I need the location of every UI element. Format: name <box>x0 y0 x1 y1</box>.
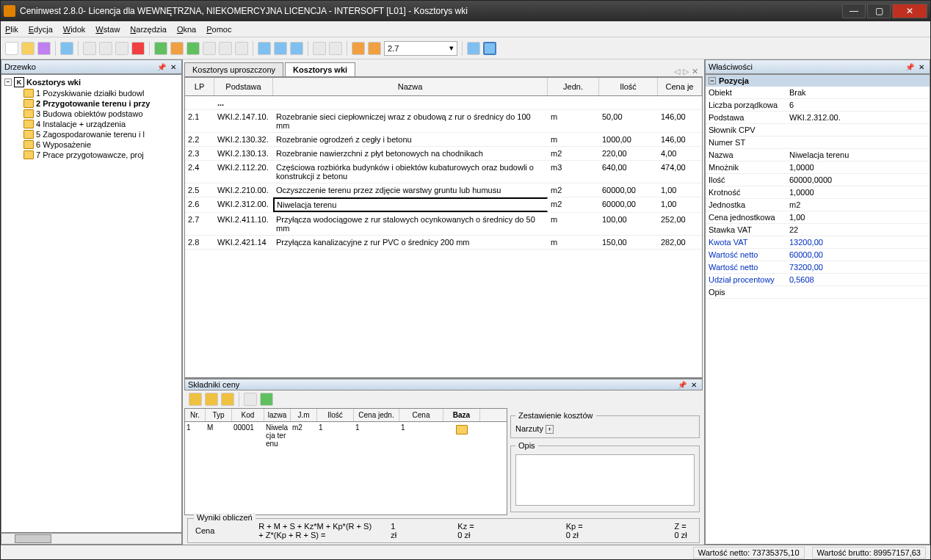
tool-g-icon[interactable] <box>274 42 287 55</box>
tool-c-icon[interactable] <box>186 42 200 55</box>
tree-item[interactable]: 2 Przygotowanie terenu i przy <box>3 98 180 109</box>
sk-tool-b-icon[interactable] <box>205 393 218 406</box>
close-panel-icon[interactable]: ✕ <box>689 379 699 390</box>
table-row[interactable]: 2.4WKI.2.112.20.Częściowa rozbiórka budy… <box>185 161 702 183</box>
tree-root[interactable]: − K Kosztorys wki <box>3 76 180 88</box>
property-row[interactable]: Krotność1,0000 <box>706 186 930 199</box>
tab-uproszczony[interactable]: Kosztorys uproszczony <box>184 62 283 76</box>
version-combo[interactable]: 2.7▾ <box>384 41 457 56</box>
skc-baza[interactable]: Baza <box>443 409 480 421</box>
properties-grid[interactable]: − Pozycja ObiektBrakLiczba porządkowa6Po… <box>705 74 930 545</box>
tool-cut-icon[interactable] <box>83 42 96 55</box>
skc-cj[interactable]: Cena jedn. <box>354 409 399 421</box>
sk-tool-c-icon[interactable] <box>221 393 234 406</box>
tool-l-icon[interactable] <box>368 42 381 55</box>
tool-paste-icon[interactable] <box>115 42 128 55</box>
menu-okna[interactable]: Okna <box>177 25 196 34</box>
property-row[interactable]: ObiektBrak <box>706 87 930 99</box>
tree-item[interactable]: 6 Wyposażenie <box>3 139 180 150</box>
table-row[interactable]: 2.1WKI.2.147.10.Rozebranie sieci ciepłow… <box>185 110 702 133</box>
tool-h-icon[interactable] <box>290 42 303 55</box>
skc-cena[interactable]: Cena <box>399 409 443 421</box>
menu-widok[interactable]: Widok <box>63 25 86 34</box>
table-row[interactable]: 2.8WKI.2.421.14Przyłącza kanalizacyjne z… <box>185 236 702 250</box>
property-row[interactable]: Wartość netto60000,00 <box>706 249 930 261</box>
col-podstawa[interactable]: Podstawa <box>214 78 273 95</box>
skc-nr[interactable]: Nr. <box>185 409 206 421</box>
expand-icon[interactable]: + <box>546 425 554 434</box>
close-panel-icon[interactable]: ✕ <box>168 62 178 72</box>
tree-item[interactable]: 5 Zagospodarowanie terenu i l <box>3 129 180 139</box>
property-row[interactable]: Stawka VAT22 <box>706 224 930 236</box>
col-jedn[interactable]: Jedn. <box>548 78 599 95</box>
property-row[interactable]: Słownik CPV <box>706 124 930 137</box>
table-row[interactable]: 2.3WKI.2.130.13.Rozebranie nawierzchni z… <box>185 147 702 161</box>
property-row[interactable]: Numer ST <box>706 137 930 149</box>
tool-n-icon[interactable] <box>483 42 496 55</box>
collapse-icon[interactable]: − <box>709 77 716 84</box>
pin-icon[interactable]: 📌 <box>156 62 167 72</box>
tab-wki[interactable]: Kosztorys wki <box>285 62 355 76</box>
property-row[interactable]: Liczba porządkowa6 <box>706 99 930 112</box>
tool-m-icon[interactable] <box>467 42 480 55</box>
menu-wstaw[interactable]: Wstaw <box>95 25 120 34</box>
col-nazwa[interactable]: Nazwa <box>273 78 548 95</box>
menu-narzedzia[interactable]: Narzędzia <box>130 25 167 34</box>
table-row[interactable]: 2.5WKI.2.210.00.Oczyszczenie terenu prze… <box>185 183 702 197</box>
sk-tool-d-icon[interactable] <box>260 393 273 406</box>
sk-tool-a-icon[interactable] <box>189 393 202 406</box>
tab-close-icon[interactable]: ✕ <box>692 67 698 76</box>
property-row[interactable]: PodstawaWKI.2.312.00. <box>706 112 930 124</box>
tree-item[interactable]: 1 Pozyskiwanie działki budowl <box>3 88 180 98</box>
props-section[interactable]: − Pozycja <box>706 75 930 87</box>
tree-hscrollbar[interactable] <box>1 533 182 545</box>
property-row[interactable]: Opis <box>706 286 930 299</box>
collapse-icon[interactable]: − <box>4 79 12 86</box>
close-panel-icon[interactable]: ✕ <box>916 62 927 72</box>
skc-naz[interactable]: lazwa <box>264 409 291 421</box>
pin-icon[interactable]: 📌 <box>677 379 687 390</box>
maximize-button[interactable]: ▢ <box>867 4 891 18</box>
tab-next-icon[interactable]: ▷ <box>683 67 689 76</box>
skc-kod[interactable]: Kod <box>232 409 264 421</box>
tool-e-icon[interactable] <box>235 42 248 55</box>
tool-new-icon[interactable] <box>5 42 18 55</box>
table-row[interactable]: 2.2WKI.2.130.32.Rozebranie ogrodzeń z ce… <box>185 133 702 147</box>
property-row[interactable]: NazwaNiwelacja terenu <box>706 149 930 161</box>
skc-typ[interactable]: Typ <box>206 409 232 421</box>
tool-rms-icon[interactable] <box>219 42 232 55</box>
tab-prev-icon[interactable]: ◁ <box>674 67 680 76</box>
col-cena[interactable]: Cena je <box>658 78 702 95</box>
close-button[interactable]: ✕ <box>892 4 927 18</box>
property-row[interactable]: Kwota VAT13200,00 <box>706 236 930 249</box>
tool-j-icon[interactable] <box>329 42 342 55</box>
tool-k-icon[interactable] <box>352 42 365 55</box>
skc-ilo[interactable]: Ilość <box>317 409 354 421</box>
tool-grid-icon[interactable] <box>60 42 73 55</box>
minimize-button[interactable]: — <box>842 4 866 18</box>
skladniki-grid[interactable]: Nr. Typ Kod lazwa J.m Ilość Cena jedn. C… <box>184 408 507 515</box>
tool-f-icon[interactable] <box>258 42 271 55</box>
skladniki-row[interactable]: 1 M 00001 Niwelacja terenu m2 1 1 1 <box>185 422 507 449</box>
tree-view[interactable]: − K Kosztorys wki 1 Pozyskiwanie działki… <box>1 74 182 533</box>
tree-item[interactable]: 7 Prace przygotowawcze, proj <box>3 150 180 160</box>
sk-tool-print-icon[interactable] <box>244 393 257 406</box>
menu-pomoc[interactable]: Pomoc <box>206 25 231 34</box>
property-row[interactable]: Cena jednostkowa1,00 <box>706 211 930 224</box>
tree-item[interactable]: 3 Budowa obiektów podstawo <box>3 109 180 119</box>
tool-i-icon[interactable] <box>313 42 326 55</box>
tree-item[interactable]: 4 Instalacje + urządzenia <box>3 119 180 129</box>
table-row[interactable]: 2.7WKI.2.411.10.Przyłącza wodociągowe z … <box>185 213 702 236</box>
table-row[interactable]: 2.6WKI.2.312.00.Niwelacja terenum260000,… <box>185 197 702 213</box>
menu-edycja[interactable]: Edycja <box>29 25 53 34</box>
col-ilosc[interactable]: Ilość <box>599 78 658 95</box>
tool-open-icon[interactable] <box>21 42 35 55</box>
tool-copy-icon[interactable] <box>99 42 112 55</box>
tool-a-icon[interactable] <box>154 42 167 55</box>
menu-plik[interactable]: Plik <box>5 25 18 34</box>
pin-icon[interactable]: 📌 <box>905 62 915 72</box>
property-row[interactable]: Mnożnik1,0000 <box>706 161 930 174</box>
property-row[interactable]: Udział procentowy0,5608 <box>706 274 930 286</box>
tool-d-icon[interactable] <box>203 42 216 55</box>
tool-b-icon[interactable] <box>170 42 184 55</box>
